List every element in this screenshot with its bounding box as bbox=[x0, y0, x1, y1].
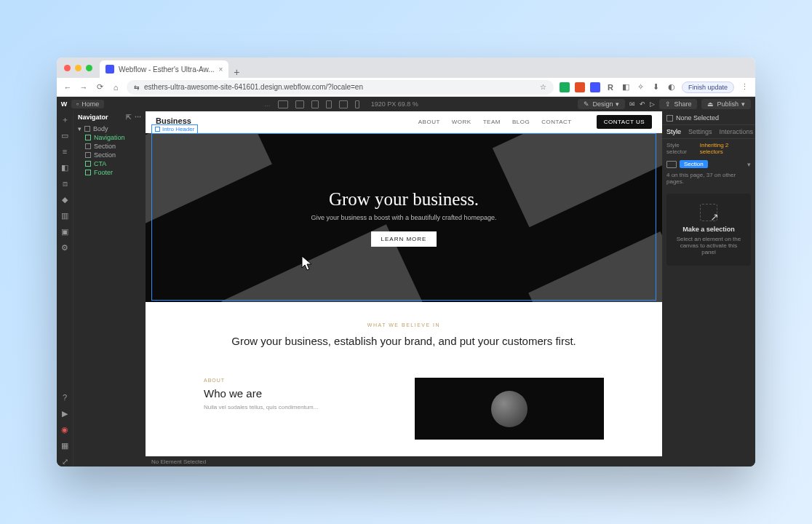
nav-link[interactable]: TEAM bbox=[483, 119, 501, 125]
breakpoint-bar: … 1920 PX 69.8 % bbox=[104, 100, 578, 108]
hero-subtitle[interactable]: Give your business a boost with a beauti… bbox=[311, 214, 496, 221]
about-title[interactable]: Who we are bbox=[204, 387, 393, 400]
pin-icon[interactable]: ⇱ bbox=[126, 114, 132, 121]
assets-icon[interactable]: ▣ bbox=[60, 226, 70, 237]
nav-link[interactable]: CONTACT bbox=[541, 119, 572, 125]
about-body[interactable]: Nulla vel sodales tellus, quis condiment… bbox=[204, 404, 393, 410]
comment-icon[interactable]: ✉ bbox=[629, 100, 635, 108]
close-window-icon[interactable] bbox=[64, 65, 71, 71]
publish-button[interactable]: ⏏ Publish ▾ bbox=[701, 99, 751, 109]
tab-settings[interactable]: Settings bbox=[688, 128, 712, 135]
add-element-icon[interactable]: ＋ bbox=[60, 114, 70, 124]
tree-node-section[interactable]: Section bbox=[73, 142, 146, 151]
learn-more-button[interactable]: LEARN MORE bbox=[371, 231, 437, 247]
extension-icon[interactable] bbox=[590, 82, 600, 92]
design-mode-button[interactable]: ✎ Design ▾ bbox=[578, 99, 625, 109]
breakpoint-phone-icon[interactable] bbox=[355, 100, 359, 108]
pages-icon[interactable]: ▭ bbox=[60, 130, 70, 140]
hero-section[interactable]: Grow your business. Give your business a… bbox=[146, 133, 662, 302]
hero-title[interactable]: Grow your business. bbox=[329, 189, 479, 210]
breakpoint-icon[interactable] bbox=[666, 161, 677, 168]
expand-icon[interactable]: ⤢ bbox=[60, 456, 70, 467]
selection-label: Intro Header bbox=[151, 124, 198, 134]
maximize-window-icon[interactable] bbox=[86, 65, 92, 71]
app-main: ＋ ▭ ≡ ◧ ⧈ ◆ ▥ ▣ ⚙ ? ▶ ◉ ▦ ⤢ Navigator bbox=[57, 111, 755, 467]
minimize-window-icon[interactable] bbox=[75, 65, 81, 71]
apps-icon[interactable]: ▦ bbox=[60, 440, 70, 450]
breakpoint-mobile-icon[interactable] bbox=[326, 100, 332, 108]
more-icon[interactable]: … bbox=[264, 100, 271, 108]
forward-icon[interactable]: → bbox=[79, 83, 89, 92]
about-section[interactable]: ABOUT Who we are Nulla vel sodales tellu… bbox=[146, 356, 662, 440]
canvas-stage[interactable]: Business ABOUT WORK TEAM BLOG CONTACT CO… bbox=[146, 111, 662, 456]
download-icon[interactable]: ⬇ bbox=[651, 82, 661, 92]
breakpoint-desktop-icon[interactable] bbox=[278, 100, 288, 108]
nav-link[interactable]: BLOG bbox=[512, 119, 530, 125]
selector-chip-row[interactable]: Section ▾ bbox=[662, 158, 755, 170]
new-tab-button[interactable]: + bbox=[228, 66, 244, 78]
tree-node-body[interactable]: ▾ Body bbox=[73, 124, 146, 133]
components-icon[interactable]: ◧ bbox=[60, 162, 70, 172]
tree-node-navigation[interactable]: Navigation bbox=[73, 133, 146, 142]
selector-count: 4 on this page, 37 on other pages. bbox=[662, 170, 755, 189]
reload-icon[interactable]: ⟳ bbox=[95, 82, 105, 92]
kebab-menu-icon[interactable]: ⋮ bbox=[739, 82, 749, 92]
browser-window: Webflow - Esther's Ultra-Aw... × + ← → ⟳… bbox=[57, 57, 755, 467]
tab-style[interactable]: Style bbox=[666, 128, 681, 135]
class-chip[interactable]: Section bbox=[680, 160, 708, 168]
about-label[interactable]: ABOUT bbox=[204, 378, 393, 383]
tree-node-cta[interactable]: CTA bbox=[73, 159, 146, 168]
navigator-header: Navigator ⇱ ⋯ bbox=[73, 111, 146, 123]
eyebrow-text[interactable]: WHAT WE BELIEVE IN bbox=[204, 322, 604, 328]
url-field[interactable]: ⇆ esthers-ultra-awesome-site-641601.desi… bbox=[127, 80, 554, 95]
secure-icon: ⇆ bbox=[134, 84, 140, 91]
mission-section[interactable]: WHAT WE BELIEVE IN Grow your business, e… bbox=[146, 302, 662, 356]
close-tab-icon[interactable]: × bbox=[219, 66, 223, 74]
tree-node-section[interactable]: Section bbox=[73, 151, 146, 159]
back-icon[interactable]: ← bbox=[63, 83, 73, 92]
node-label: Section bbox=[94, 151, 116, 159]
help-icon[interactable]: ? bbox=[60, 392, 70, 402]
collapse-icon[interactable]: ⋯ bbox=[135, 114, 141, 121]
audit-icon[interactable]: ◉ bbox=[60, 424, 70, 434]
home-icon[interactable]: ⌂ bbox=[111, 83, 121, 92]
home-page-button[interactable]: ▫ Home bbox=[71, 100, 104, 108]
profile-icon[interactable]: ◐ bbox=[666, 82, 677, 92]
puzzle-icon[interactable]: ✧ bbox=[636, 82, 646, 92]
url-text: esthers-ultra-awesome-site-641601.design… bbox=[144, 83, 363, 91]
selection-breadcrumb[interactable]: None Selected bbox=[662, 111, 755, 125]
chevron-down-icon[interactable]: ▾ bbox=[747, 161, 751, 168]
styles-icon[interactable]: ◆ bbox=[60, 194, 70, 205]
video-icon[interactable]: ▶ bbox=[60, 408, 70, 418]
finish-update-button[interactable]: Finish update bbox=[682, 82, 734, 93]
contact-us-button[interactable]: CONTACT US bbox=[597, 115, 652, 129]
nav-link[interactable]: ABOUT bbox=[418, 119, 440, 125]
webflow-logo-icon[interactable]: W bbox=[57, 100, 71, 108]
about-image[interactable] bbox=[415, 378, 604, 440]
tree-node-footer[interactable]: Footer bbox=[73, 168, 146, 177]
extension-icon[interactable] bbox=[560, 82, 570, 92]
breakpoint-landscape-icon[interactable] bbox=[311, 100, 319, 108]
share-button[interactable]: ⇪ Share bbox=[659, 99, 697, 109]
browser-tab[interactable]: Webflow - Esther's Ultra-Aw... × bbox=[100, 60, 228, 78]
navigator-icon[interactable]: ≡ bbox=[60, 146, 70, 156]
extension-icon[interactable]: R bbox=[605, 83, 616, 92]
tab-interactions[interactable]: Interactions bbox=[720, 128, 754, 135]
extension-icon[interactable] bbox=[575, 82, 585, 92]
component-icon bbox=[85, 135, 91, 140]
preview-icon[interactable]: ▷ bbox=[650, 100, 655, 108]
sphere-graphic bbox=[491, 391, 528, 427]
settings-icon[interactable]: ⚙ bbox=[60, 242, 70, 253]
inheriting-label[interactable]: Inheriting 2 selectors bbox=[700, 142, 751, 155]
breakpoint-tablet-icon[interactable] bbox=[295, 100, 304, 108]
style-panel: None Selected Style Settings Interaction… bbox=[662, 111, 755, 467]
mission-text[interactable]: Grow your business, establish your brand… bbox=[204, 333, 604, 349]
extension-icon[interactable]: ◧ bbox=[621, 82, 631, 92]
nav-link[interactable]: WORK bbox=[452, 119, 471, 125]
node-label: Body bbox=[93, 125, 108, 132]
variables-icon[interactable]: ⧈ bbox=[60, 178, 70, 188]
breakpoint-alt-icon[interactable] bbox=[339, 100, 348, 108]
cms-icon[interactable]: ▥ bbox=[60, 210, 70, 221]
undo-icon[interactable]: ↶ bbox=[640, 100, 645, 108]
star-icon[interactable]: ☆ bbox=[540, 83, 546, 91]
